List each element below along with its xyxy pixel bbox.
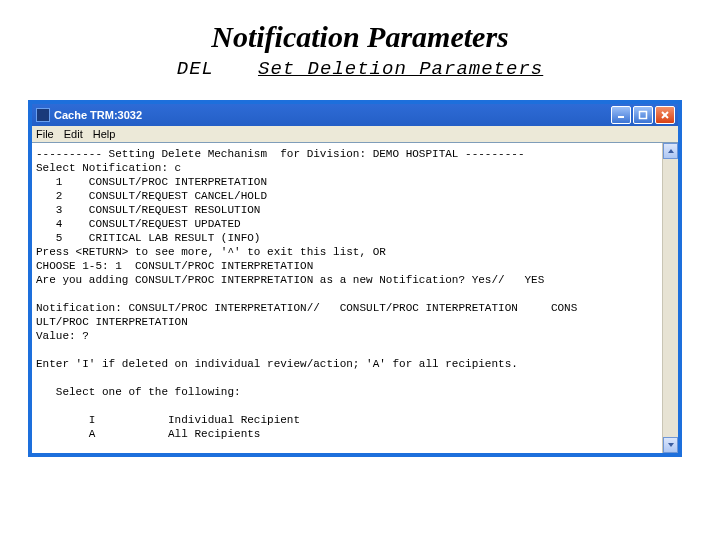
window-controls <box>611 106 675 124</box>
window-title: Cache TRM:3032 <box>54 109 611 121</box>
maximize-button[interactable] <box>633 106 653 124</box>
app-icon <box>36 108 50 122</box>
menu-file[interactable]: File <box>36 128 54 140</box>
chevron-up-icon <box>667 147 675 155</box>
scroll-track[interactable] <box>663 159 678 437</box>
svg-marker-5 <box>668 443 674 447</box>
content-area: ---------- Setting Delete Mechanism for … <box>32 142 678 453</box>
menu-help[interactable]: Help <box>93 128 116 140</box>
subtitle-text: Set Deletion Parameters <box>258 58 543 80</box>
chevron-down-icon <box>667 441 675 449</box>
scroll-up-button[interactable] <box>663 143 678 159</box>
menu-edit[interactable]: Edit <box>64 128 83 140</box>
titlebar: Cache TRM:3032 <box>32 104 678 126</box>
subtitle-code: DEL <box>177 58 214 80</box>
slide-subtitle: DELSet Deletion Parameters <box>30 58 690 80</box>
vertical-scrollbar[interactable] <box>662 143 678 453</box>
svg-rect-1 <box>640 112 647 119</box>
svg-marker-4 <box>668 149 674 153</box>
maximize-icon <box>638 110 648 120</box>
terminal-window: Cache TRM:3032 File Edit Help ----------… <box>28 100 682 457</box>
minimize-icon <box>616 110 626 120</box>
close-button[interactable] <box>655 106 675 124</box>
close-icon <box>660 110 670 120</box>
slide-title: Notification Parameters <box>30 20 690 54</box>
scroll-down-button[interactable] <box>663 437 678 453</box>
menubar: File Edit Help <box>32 126 678 142</box>
terminal-output[interactable]: ---------- Setting Delete Mechanism for … <box>32 143 662 453</box>
minimize-button[interactable] <box>611 106 631 124</box>
